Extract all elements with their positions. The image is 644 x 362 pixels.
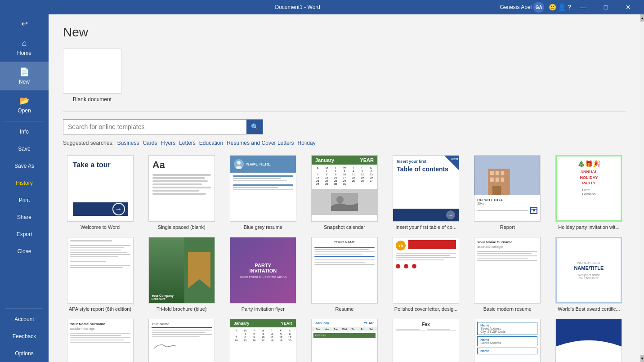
blank-document[interactable] [63, 49, 121, 94]
user-avatar[interactable]: GA [533, 2, 544, 13]
sidebar-item-account[interactable]: Account [0, 311, 49, 328]
template-card-blue-curve[interactable]: Blue curve letterhead [552, 319, 626, 362]
svg-point-1 [236, 166, 242, 169]
template-label-apa-report: APA style report (6th edition) [67, 306, 134, 312]
sidebar-item-print[interactable]: Print [0, 192, 49, 209]
template-card-banner-calendar[interactable]: January YEAR SMTWTFS 123456 78910111213 … [226, 319, 300, 362]
content-area: New Blank document 🔍 Suggested searches:… [49, 14, 640, 362]
template-label-basic-modern-resume: Basic modern resume [474, 306, 541, 312]
thumb-report-image [474, 156, 540, 195]
template-label-single-spaced: Single spaced (blank) [148, 224, 215, 230]
thumb-holiday-title-text: ANNUALHOLIDAYPARTY [580, 169, 598, 186]
sidebar-item-back[interactable]: ↩ [0, 14, 49, 33]
thumb-cal-body: SMTWTFS 123456 78910111213 1415161718192… [312, 165, 377, 187]
template-card-welcome[interactable]: Take a tour → Welcome to Word [63, 155, 137, 230]
template-thumb-welcome: Take a tour → [67, 155, 134, 222]
sidebar-item-share[interactable]: Share [0, 209, 49, 226]
sidebar-item-close-label: Close [18, 248, 31, 255]
sidebar-item-new[interactable]: 📄 New [0, 62, 49, 90]
sidebar-item-print-label: Print [19, 197, 30, 203]
resume-line-1 [314, 247, 375, 248]
bm-line-4 [477, 258, 528, 259]
resume-line-4 [314, 254, 362, 255]
template-card-hexagon-labels[interactable]: Name Street Address City, ST ZIP Code Na… [470, 319, 545, 362]
thumb-worlds-best-content: WORLD'S BEST NAME/TITLE Recipient nameYo… [556, 237, 622, 303]
template-card-resume[interactable]: YOUR NAME Resume [307, 237, 381, 312]
thumb-apa-content [67, 237, 133, 303]
suggested-tag-education[interactable]: Education [199, 140, 223, 146]
template-card-horizontal-calendar[interactable]: January YEAR SunMonTueWedThuFriSat EVENT… [307, 319, 381, 362]
svg-rect-12 [492, 186, 501, 195]
thumb-hexagon-content: Name Street Address City, ST ZIP Code Na… [474, 319, 540, 362]
template-card-blue-grey-resume[interactable]: NAME HERE B [226, 155, 300, 230]
template-card-toc[interactable]: New Insert your first Table of contents … [389, 155, 463, 230]
sidebar-item-history[interactable]: History [0, 174, 49, 192]
suggested-label: Suggested searches: [63, 140, 114, 146]
template-card-fax-cover[interactable]: Fax Fax cover shee [389, 319, 463, 362]
suggested-tag-holiday[interactable]: Holiday [298, 140, 316, 146]
search-button[interactable]: 🔍 [246, 120, 263, 134]
template-card-basic-cover-letter[interactable]: Your Name Surname assistant manager Basi… [63, 319, 137, 362]
template-thumb-hexagon-labels: Name Street Address City, ST ZIP Code Na… [474, 319, 541, 362]
thumb-polished-title-area [408, 240, 456, 251]
close-button[interactable]: ✕ [618, 0, 639, 14]
thumb-cal-header: January YEAR [312, 156, 377, 165]
sidebar-item-feedback[interactable]: Feedback [0, 328, 49, 345]
template-thumb-worlds-best: WORLD'S BEST NAME/TITLE Recipient nameYo… [555, 237, 622, 304]
sidebar-item-home[interactable]: ⌂ Home [0, 33, 49, 62]
template-thumb-banner-calendar: January YEAR SMTWTFS 123456 78910111213 … [230, 319, 296, 362]
suggested-tag-cards[interactable]: Cards [143, 140, 157, 146]
sidebar-item-options[interactable]: Options [0, 345, 49, 362]
thumb-wb-title: NAME/TITLE [574, 265, 604, 271]
sidebar-item-info[interactable]: Info [0, 123, 49, 140]
thumb-plh-name: True Name [152, 322, 212, 326]
thumb-basic-modern-content: Your Name Surname assistant manager [474, 237, 540, 303]
emoji-icon[interactable]: 🙂 [549, 4, 556, 11]
template-card-personal-letterhead[interactable]: True Name Personal letterhead [144, 319, 219, 362]
template-card-worlds-best[interactable]: WORLD'S BEST NAME/TITLE Recipient nameYo… [552, 237, 626, 312]
sidebar-item-save[interactable]: Save [0, 140, 49, 157]
person-icon[interactable]: 👤 [558, 4, 566, 11]
sidebar-item-saveas[interactable]: Save As [0, 157, 49, 174]
template-card-trifold[interactable]: Your CompanyBrochure Tri-fold brochure (… [144, 237, 219, 312]
template-card-party-invitation[interactable]: PARTYINVITATION You're invited to Celebr… [226, 237, 300, 312]
search-input[interactable] [63, 121, 246, 133]
suggested-tag-letters[interactable]: Letters [179, 140, 196, 146]
suggested-tag-business[interactable]: Business [117, 140, 139, 146]
apa-line-6 [70, 254, 130, 255]
thumb-party-content: PARTYINVITATION You're invited to Celebr… [230, 237, 296, 303]
template-card-polished-cover[interactable]: YN [389, 237, 463, 312]
template-grid-row3: Your Name Surname assistant manager Basi… [63, 319, 626, 362]
thumb-resume-header-content: NAME HERE [234, 159, 292, 169]
help-icon[interactable]: ? [568, 4, 571, 11]
sidebar-item-open[interactable]: 📂 Open [0, 90, 49, 119]
minimize-button[interactable]: — [573, 0, 594, 14]
svg-rect-7 [496, 171, 499, 175]
scrollbar-down-button[interactable]: ▼ [640, 355, 644, 362]
thumb-polished-header: YN [396, 240, 456, 251]
thumb-trifold-company: Your CompanyBrochure [152, 294, 182, 300]
template-thumb-personal-letterhead: True Name [148, 319, 215, 362]
template-card-basic-modern-resume[interactable]: Your Name Surname assistant manager Basi… [470, 237, 545, 312]
sidebar-item-history-label: History [16, 180, 32, 186]
thumb-bm-name: Your Name Surname [477, 240, 537, 244]
template-card-holiday-party[interactable]: 🎄🎁🎉 ANNUALHOLIDAYPARTY DateLocation Holi… [552, 155, 626, 230]
template-card-snapshot-calendar[interactable]: January YEAR SMTWTFS 123456 78910111213 … [307, 155, 381, 230]
suggested-tag-resumes[interactable]: Resumes and Cover Letters [227, 140, 294, 146]
sidebar-item-home-label: Home [17, 50, 31, 56]
template-label-snapshot-calendar: Snapshot calendar [311, 224, 378, 230]
scrollbar-up-button[interactable]: ▲ [640, 14, 644, 22]
resume-line-6 [314, 259, 375, 260]
template-card-apa-report[interactable]: APA style report (6th edition) [63, 237, 137, 312]
template-card-report[interactable]: REPORT TITLE 20xx [470, 155, 545, 230]
resume-line-7 [314, 262, 366, 263]
maximize-button[interactable]: □ [595, 0, 616, 14]
resume-line-8 [314, 264, 375, 265]
sidebar-item-export[interactable]: Export [0, 226, 49, 243]
template-card-single-spaced[interactable]: Aa Single spaced (blank) [144, 155, 219, 230]
suggested-tag-flyers[interactable]: Flyers [161, 140, 175, 146]
thumb-bc-title: assistant manager [70, 327, 130, 330]
thumb-bc-wave-svg [556, 339, 622, 359]
thumb-blue-resume-content: NAME HERE [230, 156, 296, 221]
sidebar-item-close[interactable]: Close [0, 243, 49, 260]
